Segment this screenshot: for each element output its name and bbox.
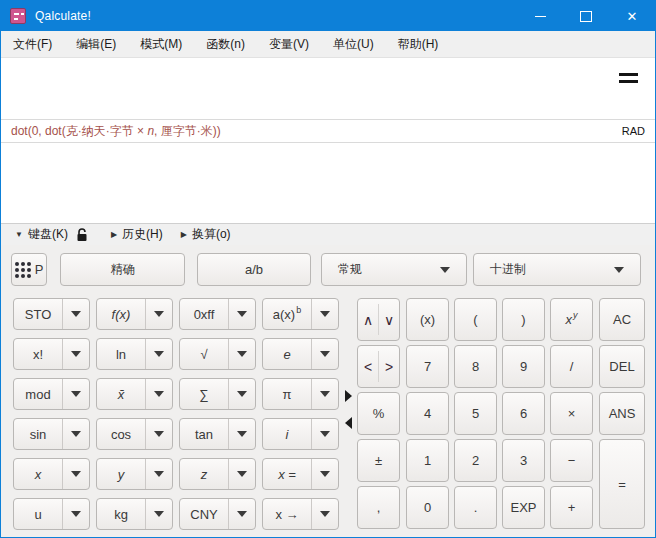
key-sqrt-dropdown[interactable] — [228, 339, 255, 369]
key-i[interactable]: i — [262, 418, 339, 450]
key-add[interactable]: + — [550, 486, 593, 529]
key-7[interactable]: 7 — [406, 345, 449, 388]
key-5[interactable]: 5 — [454, 392, 497, 435]
key-percent[interactable]: % — [357, 392, 400, 435]
key-sqrt[interactable]: √ — [179, 338, 256, 370]
key-sto[interactable]: STO — [13, 298, 90, 330]
key-del[interactable]: DEL — [599, 345, 645, 388]
section-conversion[interactable]: ▶ 换算(o) — [181, 226, 231, 243]
key-tan[interactable]: tan — [179, 418, 256, 450]
key-6[interactable]: 6 — [502, 392, 545, 435]
key-divide[interactable]: / — [550, 345, 593, 388]
key-0[interactable]: 0 — [406, 486, 449, 529]
key-fx-dropdown[interactable] — [145, 299, 172, 329]
key-8[interactable]: 8 — [454, 345, 497, 388]
key-up-down[interactable]: ∧∨ — [357, 298, 400, 341]
maximize-button[interactable] — [563, 1, 609, 31]
key-var-x[interactable]: x — [13, 458, 90, 490]
key-var-z-dropdown[interactable] — [228, 459, 255, 489]
key-rparen[interactable]: ) — [502, 298, 545, 341]
key-plus-minus[interactable]: ± — [357, 439, 400, 482]
keypad-mode-button[interactable]: P — [11, 253, 47, 286]
key-convert-to[interactable]: x → — [262, 498, 339, 530]
key-pi[interactable]: π — [262, 378, 339, 410]
number-base-dropdown[interactable]: 十进制 — [473, 253, 641, 286]
key-subtract[interactable]: − — [550, 439, 593, 482]
key-ac[interactable]: AC — [599, 298, 645, 341]
menu-edit[interactable]: 编辑(E) — [64, 31, 128, 57]
key-e[interactable]: e — [262, 338, 339, 370]
key-currency-cny-dropdown[interactable] — [228, 499, 255, 529]
key-currency-cny[interactable]: CNY — [179, 498, 256, 530]
collapse-left-icon[interactable] — [345, 417, 352, 429]
expression-input[interactable] — [1, 58, 655, 119]
key-convert-to-dropdown[interactable] — [311, 499, 338, 529]
key-hex[interactable]: 0xff — [179, 298, 256, 330]
keyboard-lock-icon[interactable] — [76, 228, 89, 242]
key-var-y-dropdown[interactable] — [145, 459, 172, 489]
menu-functions[interactable]: 函数(n) — [194, 31, 257, 57]
key-ans[interactable]: ANS — [599, 392, 645, 435]
key-factorial-dropdown[interactable] — [62, 339, 89, 369]
key-comma[interactable]: , — [357, 486, 400, 529]
key-sin[interactable]: sin — [13, 418, 90, 450]
key-mod[interactable]: mod — [13, 378, 90, 410]
key-unit-u-dropdown[interactable] — [62, 499, 89, 529]
key-4[interactable]: 4 — [406, 392, 449, 435]
key-left-right[interactable]: <> — [357, 345, 400, 388]
expand-right-icon[interactable] — [345, 390, 352, 402]
key-2[interactable]: 2 — [454, 439, 497, 482]
menu-units[interactable]: 单位(U) — [321, 31, 386, 57]
app-icon[interactable] — [10, 8, 26, 24]
key-factorial[interactable]: x! — [13, 338, 90, 370]
key-mean[interactable]: x̄ — [96, 378, 173, 410]
key-fx[interactable]: f(x) — [96, 298, 173, 330]
key-axb[interactable]: a(x)b — [262, 298, 339, 330]
key-sum-dropdown[interactable] — [228, 379, 255, 409]
menu-help[interactable]: 帮助(H) — [386, 31, 451, 57]
key-decimal-point[interactable]: . — [454, 486, 497, 529]
key-mean-dropdown[interactable] — [145, 379, 172, 409]
menu-mode[interactable]: 模式(M) — [128, 31, 194, 57]
angle-mode-indicator[interactable]: RAD — [622, 125, 645, 137]
key-x-equals[interactable]: x = — [262, 458, 339, 490]
key-var-x-dropdown[interactable] — [62, 459, 89, 489]
display-mode-dropdown[interactable]: 常规 — [321, 253, 467, 286]
key-cos[interactable]: cos — [96, 418, 173, 450]
key-ln[interactable]: ln — [96, 338, 173, 370]
key-axb-dropdown[interactable] — [311, 299, 338, 329]
key-tan-dropdown[interactable] — [228, 419, 255, 449]
key-pi-dropdown[interactable] — [311, 379, 338, 409]
key-sin-dropdown[interactable] — [62, 419, 89, 449]
key-sum[interactable]: ∑ — [179, 378, 256, 410]
key-exp[interactable]: EXP — [502, 486, 545, 529]
key-e-dropdown[interactable] — [311, 339, 338, 369]
key-var-z[interactable]: z — [179, 458, 256, 490]
key-equals[interactable]: = — [599, 439, 645, 529]
key-unit-kg[interactable]: kg — [96, 498, 173, 530]
key-power[interactable]: xy — [550, 298, 593, 341]
section-keyboard[interactable]: ▼ 键盘(K) — [15, 226, 68, 243]
menu-variables[interactable]: 变量(V) — [257, 31, 321, 57]
minimize-button[interactable] — [517, 1, 563, 31]
key-x-equals-dropdown[interactable] — [311, 459, 338, 489]
menu-file[interactable]: 文件(F) — [1, 31, 64, 57]
close-button[interactable]: ✕ — [609, 1, 655, 31]
key-ln-dropdown[interactable] — [145, 339, 172, 369]
key-mod-dropdown[interactable] — [62, 379, 89, 409]
key-paren-x[interactable]: (x) — [406, 298, 449, 341]
key-var-y[interactable]: y — [96, 458, 173, 490]
key-9[interactable]: 9 — [502, 345, 545, 388]
key-multiply[interactable]: × — [550, 392, 593, 435]
key-unit-kg-dropdown[interactable] — [145, 499, 172, 529]
key-3[interactable]: 3 — [502, 439, 545, 482]
key-i-dropdown[interactable] — [311, 419, 338, 449]
exact-mode-button[interactable]: 精确 — [60, 253, 185, 286]
key-sto-dropdown[interactable] — [62, 299, 89, 329]
fraction-mode-button[interactable]: a/b — [197, 253, 311, 286]
key-cos-dropdown[interactable] — [145, 419, 172, 449]
key-lparen[interactable]: ( — [454, 298, 497, 341]
section-history[interactable]: ▶ 历史(H) — [111, 226, 163, 243]
key-1[interactable]: 1 — [406, 439, 449, 482]
key-hex-dropdown[interactable] — [228, 299, 255, 329]
